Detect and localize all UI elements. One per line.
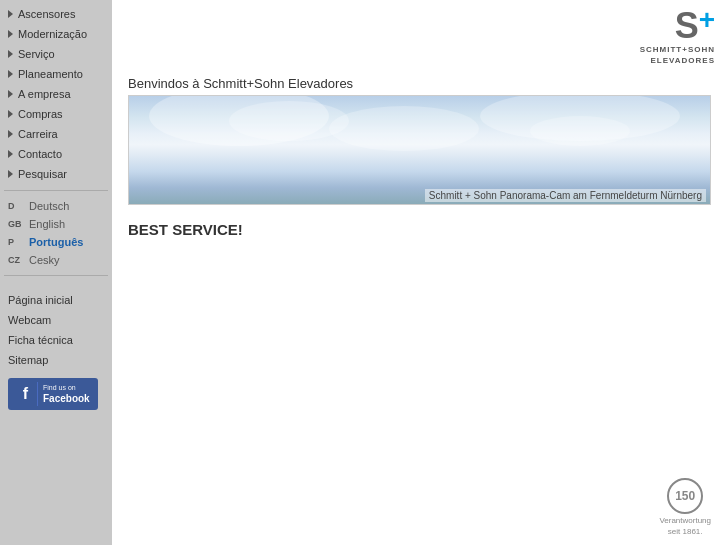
nav-items: AscensoresModernizaçãoServiçoPlaneamento… <box>0 4 112 184</box>
nav-arrow-icon <box>8 10 13 18</box>
lang-item-d[interactable]: DDeutsch <box>0 197 112 215</box>
anniversary-badge: 150 Verantwortung seit 1861. <box>659 478 711 537</box>
nav-item-label: Planeamento <box>18 68 83 80</box>
lang-item-cz[interactable]: CZCesky <box>0 251 112 269</box>
footer: 150 Verantwortung seit 1861. <box>112 470 727 545</box>
facebook-icon: f <box>14 382 38 406</box>
bottom-links: Página inicialWebcamFicha técnicaSitemap <box>0 290 112 370</box>
badge-circle: 150 <box>667 478 703 514</box>
sidebar-item-ascensores[interactable]: Ascensores <box>0 4 112 24</box>
find-us-on-label: Find us on <box>43 383 90 392</box>
sidebar-item-planeamento[interactable]: Planeamento <box>0 64 112 84</box>
lang-item-p[interactable]: PPortuguês <box>0 233 112 251</box>
logo-mark: S + <box>675 8 715 44</box>
logo-text: SCHMITT+SOHN ELEVADORES <box>640 44 715 66</box>
nav-item-label: Pesquisar <box>18 168 67 180</box>
sidebar-item-modernizacao[interactable]: Modernização <box>0 24 112 44</box>
facebook-label: Facebook <box>43 392 90 405</box>
logo-line2: ELEVADORES <box>640 55 715 66</box>
best-service-heading: BEST SERVICE! <box>112 205 727 246</box>
sidebar-item-contacto[interactable]: Contacto <box>0 144 112 164</box>
badge-line2: seit 1861. <box>668 527 703 536</box>
lang-flag-d: D <box>8 201 24 211</box>
main-content: S + SCHMITT+SOHN ELEVADORES Benvindos à … <box>112 0 727 545</box>
facebook-button[interactable]: f Find us on Facebook <box>8 378 98 410</box>
lang-item-gb[interactable]: GBEnglish <box>0 215 112 233</box>
bottom-link-ficha-tcnica[interactable]: Ficha técnica <box>0 330 112 350</box>
lang-label: Português <box>29 236 83 248</box>
logo-s: S <box>675 8 699 44</box>
bottom-link-webcam[interactable]: Webcam <box>0 310 112 330</box>
nav-arrow-icon <box>8 50 13 58</box>
nav-divider <box>4 190 108 191</box>
lang-label: Deutsch <box>29 200 69 212</box>
lang-label: Cesky <box>29 254 60 266</box>
bottom-link-pgina-inicial[interactable]: Página inicial <box>0 290 112 310</box>
lang-flag-p: P <box>8 237 24 247</box>
hero-caption: Schmitt + Sohn Panorama-Cam am Fernmelde… <box>425 189 706 202</box>
sidebar-item-compras[interactable]: Compras <box>0 104 112 124</box>
nav-arrow-icon <box>8 130 13 138</box>
logo: S + SCHMITT+SOHN ELEVADORES <box>640 8 715 66</box>
nav-arrow-icon <box>8 110 13 118</box>
badge-line1: Verantwortung <box>659 516 711 525</box>
badge-subtitle: Verantwortung seit 1861. <box>659 516 711 537</box>
nav-arrow-icon <box>8 70 13 78</box>
nav-arrow-icon <box>8 170 13 178</box>
nav-item-label: Modernização <box>18 28 87 40</box>
header: S + SCHMITT+SOHN ELEVADORES <box>112 0 727 70</box>
nav-arrow-icon <box>8 30 13 38</box>
lang-flag-gb: GB <box>8 219 24 229</box>
facebook-text: Find us on Facebook <box>43 383 90 405</box>
nav-item-label: Serviço <box>18 48 55 60</box>
nav-item-label: A empresa <box>18 88 71 100</box>
sidebar-item-servico[interactable]: Serviço <box>0 44 112 64</box>
bottom-link-sitemap[interactable]: Sitemap <box>0 350 112 370</box>
sidebar-item-carreira[interactable]: Carreira <box>0 124 112 144</box>
lang-flag-cz: CZ <box>8 255 24 265</box>
nav-arrow-icon <box>8 150 13 158</box>
cloud-5 <box>329 106 479 151</box>
nav-arrow-icon <box>8 90 13 98</box>
nav-item-label: Ascensores <box>18 8 75 20</box>
lang-label: English <box>29 218 65 230</box>
sidebar: AscensoresModernizaçãoServiçoPlaneamento… <box>0 0 112 545</box>
nav-item-label: Carreira <box>18 128 58 140</box>
nav-item-label: Contacto <box>18 148 62 160</box>
welcome-text: Benvindos à Schmitt+Sohn Elevadores <box>112 70 727 95</box>
logo-plus: + <box>699 6 715 34</box>
cloud-4 <box>530 116 630 146</box>
nav-item-label: Compras <box>18 108 63 120</box>
sidebar-item-a-empresa[interactable]: A empresa <box>0 84 112 104</box>
sidebar-item-pesquisar[interactable]: Pesquisar <box>0 164 112 184</box>
language-selector: DDeutschGBEnglishPPortuguêsCZCesky <box>0 197 112 269</box>
hero-image: Schmitt + Sohn Panorama-Cam am Fernmelde… <box>128 95 711 205</box>
sidebar-bottom-links: Página inicialWebcamFicha técnicaSitemap… <box>0 290 112 418</box>
lang-divider <box>4 275 108 276</box>
logo-line1: SCHMITT+SOHN <box>640 44 715 55</box>
